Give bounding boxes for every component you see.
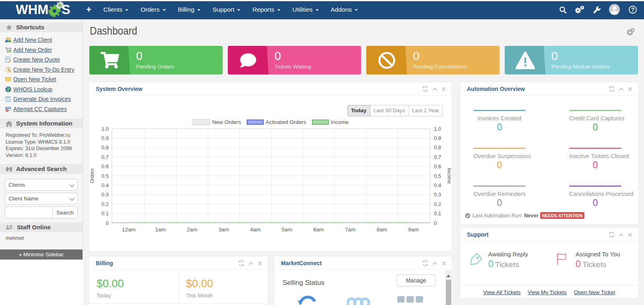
svg-text:0.5: 0.5 — [434, 173, 441, 179]
svg-text:0.6: 0.6 — [101, 163, 109, 169]
svg-text:6am: 6am — [313, 227, 324, 233]
svg-text:0.6: 0.6 — [434, 163, 441, 169]
svg-text:0.3: 0.3 — [434, 192, 441, 198]
svg-text:0.8: 0.8 — [434, 144, 441, 150]
svg-text:1am: 1am — [155, 227, 165, 233]
svg-text:5am: 5am — [282, 227, 292, 233]
svg-text:3am: 3am — [219, 227, 229, 233]
svg-text:0.7: 0.7 — [101, 154, 109, 160]
svg-text:S: S — [62, 2, 70, 17]
svg-text:WHM: WHM — [16, 2, 48, 17]
svg-text:0.2: 0.2 — [101, 201, 109, 207]
svg-text:0: 0 — [434, 220, 437, 226]
svg-text:0.4: 0.4 — [101, 182, 109, 188]
svg-text:4am: 4am — [250, 227, 260, 233]
svg-text:0.3: 0.3 — [101, 192, 109, 198]
svg-text:0.5: 0.5 — [101, 173, 109, 179]
svg-text:0.1: 0.1 — [101, 210, 109, 216]
svg-text:9am: 9am — [408, 227, 419, 233]
svg-text:0.4: 0.4 — [434, 182, 441, 188]
svg-text:Orders: Orders — [89, 169, 95, 183]
svg-text:0.8: 0.8 — [101, 144, 109, 150]
svg-text:12am: 12am — [122, 227, 136, 233]
svg-text:2am: 2am — [187, 227, 197, 233]
svg-text:1.0: 1.0 — [101, 127, 109, 132]
svg-text:1.0: 1.0 — [434, 127, 441, 132]
svg-text:0: 0 — [106, 220, 109, 226]
svg-text:8am: 8am — [377, 227, 387, 233]
svg-text:0.7: 0.7 — [434, 154, 441, 160]
svg-text:0.9: 0.9 — [434, 135, 441, 141]
svg-text:0.9: 0.9 — [101, 135, 109, 141]
svg-text:Income: Income — [446, 168, 452, 184]
svg-text:0.1: 0.1 — [434, 210, 441, 216]
svg-text:0.2: 0.2 — [434, 201, 441, 207]
svg-text:7am: 7am — [345, 227, 355, 233]
